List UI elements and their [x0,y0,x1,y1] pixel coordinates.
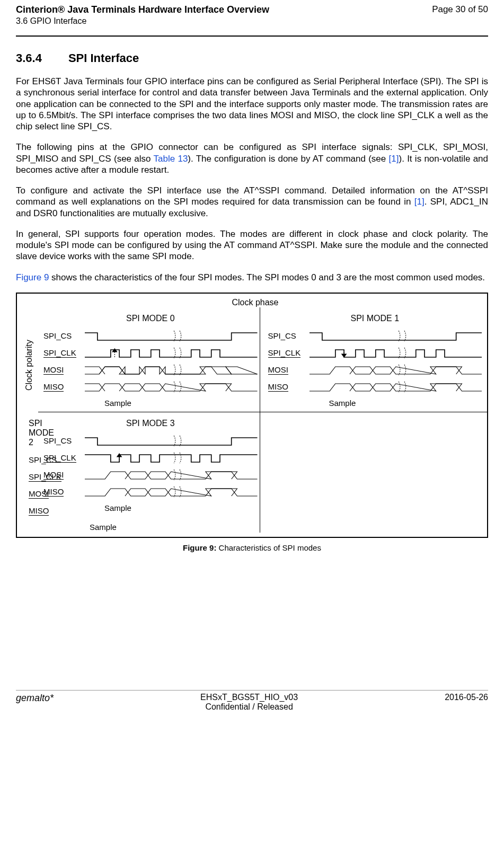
signal-label: MOSI [43,470,85,479]
waveform-cs [85,331,258,341]
waveform-mosi [310,365,482,375]
caption-label: Figure 9: [183,543,216,552]
signal-label: MISO [43,382,85,391]
spi-mode-2: SPI MODE 2 SPI_CS SPI_CLK MOSI [23,418,38,533]
link-table13[interactable]: Table 13 [154,154,188,164]
signal-label: MISO [268,382,310,391]
mode-title: SPI MODE 0 [43,314,258,323]
mode-title: SPI MODE 3 [43,419,258,428]
section-path: 3.6 GPIO Interface [16,16,488,26]
mode-title: SPI MODE 2 [29,419,33,447]
paragraph: To configure and activate the SPI interf… [16,185,488,219]
figure-axis-clock-phase: Clock phase [23,298,487,307]
sample-label: Sample [104,503,258,512]
signal-label: MISO [43,487,85,496]
doc-title: Cinterion® Java Terminals Hardware Inter… [16,4,269,15]
waveform-cs [85,436,258,446]
waveform-miso [310,382,482,392]
figure-axis-clock-polarity: Clock polarity [23,339,38,392]
spi-mode-0: SPI MODE 0 SPI_CS SPI_CLK MOSI [38,313,263,409]
svg-marker-3 [341,354,346,357]
waveform-miso [85,486,258,497]
sample-label: Sample [329,399,482,408]
link-figure9[interactable]: Figure 9 [16,272,49,282]
paragraph: For EHS6T Java Terminals four GPIO inter… [16,76,488,132]
section-number: 3.6.4 [16,51,42,65]
spi-mode-1: SPI MODE 1 SPI_CS SPI_CLK MOSI [263,313,488,409]
figure-caption: Figure 9: Characteristics of SPI modes [16,543,488,552]
waveform-mosi [85,365,258,375]
section-heading: SPI Interface [68,51,139,65]
signal-label: SPI_CS [43,436,85,445]
spi-mode-3: SPI MODE 3 SPI_CS SPI_CLK MOSI [38,418,263,533]
signal-label: SPI_CLK [43,348,85,357]
waveform-clk [85,453,258,463]
doc-id: EHSxT_BGS5T_HIO_v03 [54,693,445,702]
paragraph: In general, SPI supports four operation … [16,228,488,262]
waveform-miso [85,382,258,392]
footer-date: 2016-05-26 [445,693,488,712]
mode-title: SPI MODE 1 [268,314,482,323]
signal-label: SPI_CLK [268,348,310,357]
signal-label: SPI_CS [43,331,85,340]
text: shows the characteristics of the four SP… [49,272,485,282]
link-ref1[interactable]: [1] [389,154,399,164]
horizontal-divider [38,412,487,412]
page-number: Page 30 of 50 [432,4,488,15]
svg-marker-7 [117,454,122,457]
waveform-clk [310,348,482,358]
signal-label: MOSI [43,365,85,374]
caption-text: Characteristics of SPI modes [216,543,321,552]
text: ). The configuration is done by AT comma… [188,154,388,164]
figure-spi-modes: Clock phase Clock polarity SPI MODE 0 SP… [16,293,488,538]
signal-label: MOSI [268,365,310,374]
paragraph: Figure 9 shows the characteristics of th… [16,272,488,283]
waveform-cs [310,331,482,341]
header-rule [16,36,488,37]
logo: gemalto* [16,693,54,712]
paragraph: The following pins at the GPIO connector… [16,141,488,175]
sample-label: Sample [104,399,258,408]
confidentiality: Confidential / Released [54,702,445,712]
waveform-mosi [85,470,258,480]
link-ref1[interactable]: [1] [414,197,425,207]
svg-marker-1 [112,349,117,352]
waveform-clk [85,348,258,358]
signal-label: SPI_CLK [43,453,85,462]
signal-label: SPI_CS [268,331,310,340]
